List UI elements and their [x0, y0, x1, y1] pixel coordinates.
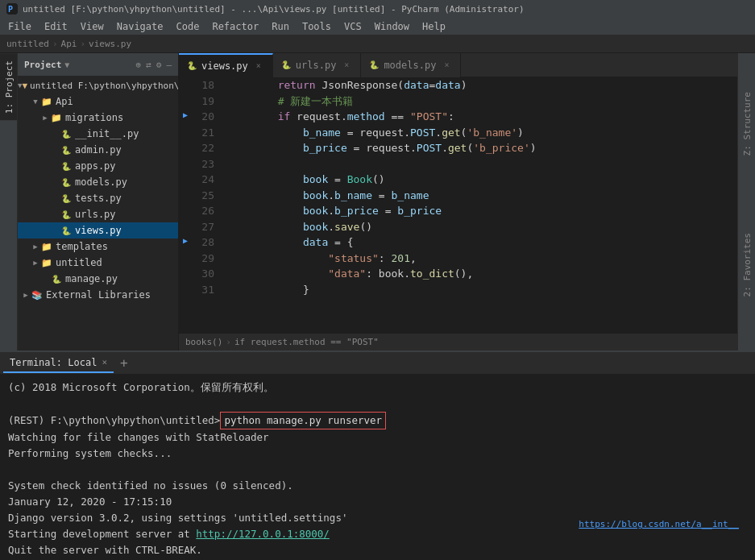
tree-arrow: ▶ [21, 291, 31, 299]
tree-label: tests.py [75, 193, 122, 204]
menu-code[interactable]: Code [172, 19, 205, 34]
line-indicator [179, 77, 192, 93]
sidebar-dropdown-icon[interactable]: ▼ [64, 60, 69, 69]
tab-models-py[interactable]: 🐍 models.py × [361, 53, 461, 77]
tab-close-icon[interactable]: × [341, 60, 352, 71]
tab-icon: 🐍 [369, 60, 379, 69]
tree-item-untitled-sub[interactable]: ▶ 📁 untitled [18, 255, 178, 271]
code-line-24: 24 book = Book() [179, 172, 737, 188]
terminal-command-box: python manage.py runserver [220, 412, 386, 429]
bottom-strip-item[interactable]: books() [185, 337, 222, 347]
tree-arrow: ▼ [31, 97, 40, 106]
watermark-link[interactable]: https://blog.csdn.net/a__int__ [579, 519, 739, 529]
title-bar: P untitled [F:\python\yhpython\untitled]… [0, 0, 755, 18]
menu-run[interactable]: Run [267, 19, 294, 34]
code-editor[interactable]: 18 return JsonResponse(data=data) 19 # 新… [179, 77, 737, 333]
sidebar-header-actions: ⊕ ⇄ ⚙ — [136, 60, 172, 70]
terminal-line: Performing system checks... [8, 446, 747, 462]
sidebar-tab-favorites[interactable]: 2: Favorites [738, 226, 755, 303]
sidebar-sync-icon[interactable]: ⇄ [146, 60, 151, 70]
tree-item-apps[interactable]: 🐍 apps.py [18, 158, 178, 174]
menu-tools[interactable]: Tools [297, 19, 336, 34]
right-tabs: Z: Structure 2: Favorites [737, 53, 755, 351]
bottom-strip-item[interactable]: if request.method == "POST" [234, 337, 379, 347]
tree-item-root[interactable]: ▼ ▼ untitled F:\python\yhpython\untitled [18, 77, 178, 93]
tree-item-external-libs[interactable]: ▶ 📚 External Libraries [18, 287, 178, 303]
terminal-content: (c) 2018 Microsoft Corporation。保留所有权利。 (… [0, 375, 755, 560]
tree-item-urls[interactable]: 🐍 urls.py [18, 206, 178, 222]
tab-urls-py[interactable]: 🐍 urls.py × [273, 53, 362, 77]
py-file-icon: 🐍 [60, 210, 73, 219]
sidebar-settings-icon[interactable]: ⚙ [156, 60, 162, 70]
svg-text:P: P [8, 5, 13, 14]
menu-edit[interactable]: Edit [39, 19, 73, 34]
terminal-server-link[interactable]: http://127.0.0.1:8000/ [196, 528, 330, 540]
tab-close-icon[interactable]: × [253, 60, 264, 72]
py-file-icon: 🐍 [60, 226, 73, 235]
terminal-line: Quit the server with CTRL-BREAK. [8, 542, 747, 558]
tree-label: models.py [75, 176, 127, 188]
breadcrumb-item[interactable]: views.py [89, 39, 131, 49]
line-indicator [179, 125, 192, 141]
line-indicator [179, 188, 192, 204]
tree-item-models[interactable]: 🐍 models.py [18, 174, 178, 190]
folder-icon: 📁 [40, 242, 53, 252]
code-line-23: 23 [179, 156, 737, 172]
window-title: untitled [F:\python\yhpython\untitled] -… [23, 4, 525, 15]
line-number: 21 [192, 125, 224, 141]
menu-file[interactable]: File [3, 19, 36, 34]
tree-label: admin.py [75, 144, 122, 156]
tab-close-icon[interactable]: × [441, 60, 452, 71]
line-indicator [179, 219, 192, 235]
tree-arrow: ▶ [40, 114, 50, 122]
terminal-add-button[interactable]: + [117, 355, 131, 371]
tree-label: __init__.py [75, 128, 139, 139]
terminal-panel: Terminal: Local × + (c) 2018 Microsoft C… [0, 351, 755, 560]
tree-item-admin[interactable]: 🐍 admin.py [18, 142, 178, 158]
line-content: b_price = request.POST.get('b_price') [224, 140, 737, 156]
tree-item-manage[interactable]: 🐍 manage.py [18, 271, 178, 287]
tree-item-migrations[interactable]: ▶ 📁 migrations [18, 110, 178, 126]
menu-refactor[interactable]: Refactor [207, 19, 263, 34]
line-number: 19 [192, 93, 224, 110]
tab-views-py[interactable]: 🐍 views.py × [179, 53, 273, 77]
tree-item-views[interactable]: 🐍 views.py [18, 222, 178, 239]
tree-item-tests[interactable]: 🐍 tests.py [18, 190, 178, 206]
tree-label: untitled [56, 257, 102, 268]
code-line-25: 25 book.b_name = b_name [179, 188, 737, 204]
line-content: book.save() [224, 219, 737, 235]
line-number: 30 [192, 266, 224, 282]
line-number: 22 [192, 140, 224, 156]
line-content: "data": book.to_dict(), [224, 266, 737, 282]
py-file-icon: 🐍 [60, 130, 73, 139]
tree-item-init[interactable]: 🐍 __init__.py [18, 126, 178, 142]
line-number: 29 [192, 251, 224, 267]
breadcrumb-item[interactable]: untitled [6, 39, 49, 49]
tab-label: urls.py [296, 60, 337, 71]
sidebar-hide-icon[interactable]: — [166, 60, 172, 70]
tab-icon: 🐍 [187, 61, 197, 70]
sidebar-tab-structure[interactable]: Z: Structure [738, 85, 755, 162]
tree-item-templates[interactable]: ▶ 📁 templates [18, 239, 178, 255]
menu-window[interactable]: Window [370, 19, 414, 34]
menu-help[interactable]: Help [417, 19, 450, 34]
menu-navigate[interactable]: Navigate [112, 19, 168, 34]
code-line-18: 18 return JsonResponse(data=data) [179, 77, 737, 93]
sidebar-tab-project[interactable]: 1: Project [0, 53, 17, 120]
line-content: } [224, 282, 737, 298]
menu-view[interactable]: View [76, 19, 109, 34]
py-file-icon: 🐍 [60, 162, 73, 171]
code-lines: 18 return JsonResponse(data=data) 19 # 新… [179, 77, 737, 297]
terminal-tab-local[interactable]: Terminal: Local × [3, 354, 114, 373]
sidebar-header: Project ▼ ⊕ ⇄ ⚙ — [18, 53, 178, 76]
terminal-tab-close[interactable]: × [102, 357, 107, 367]
line-indicator [179, 156, 192, 172]
code-line-19: 19 # 新建一本书籍 [179, 93, 737, 110]
menu-vcs[interactable]: VCS [339, 19, 367, 34]
editor-area: 1: Project Project ▼ ⊕ ⇄ ⚙ — [0, 53, 755, 351]
sidebar-add-icon[interactable]: ⊕ [136, 60, 142, 70]
tree-item-api[interactable]: ▼ 📁 Api [18, 93, 178, 110]
bottom-strip-sep: › [226, 337, 231, 347]
breadcrumb-item[interactable]: Api [61, 39, 77, 49]
breadcrumb-sep: › [80, 39, 85, 49]
